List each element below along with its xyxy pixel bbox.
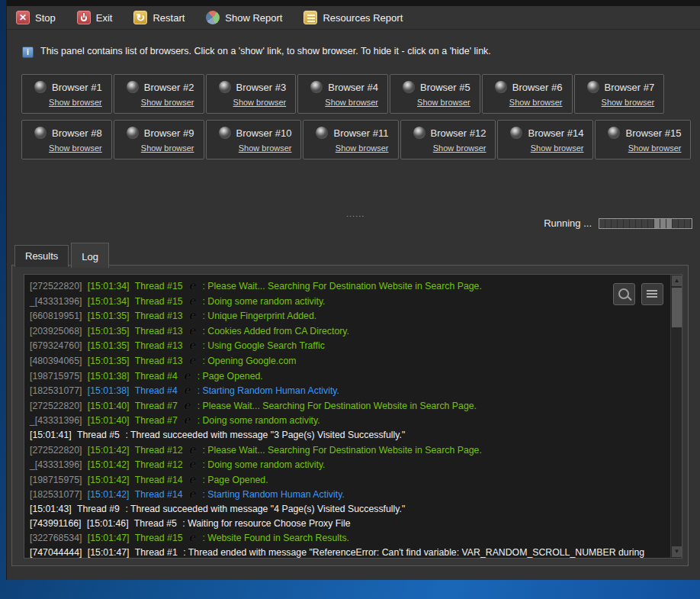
log-line: [15:01:43] Thread #9 : Thread succeeded … bbox=[30, 502, 667, 517]
show-browser-link[interactable]: Show browser bbox=[239, 143, 292, 153]
log-action-id: [198715975] bbox=[30, 371, 82, 382]
log-message: : Using Google Search Traffic bbox=[202, 340, 324, 351]
restart-icon bbox=[133, 11, 147, 24]
log-action-id: [272522820] bbox=[30, 445, 82, 456]
show-browser-link[interactable]: Show browser bbox=[141, 98, 194, 107]
tab-strip: ResultsLog bbox=[14, 243, 111, 267]
show-browser-link[interactable]: Show browser bbox=[602, 98, 655, 107]
browser-icon bbox=[413, 127, 425, 139]
log-timestamp: [15:01:47] bbox=[88, 547, 130, 558]
log-thread: Thread #14 bbox=[135, 475, 183, 485]
log-message: : Please Wait... Searching For Destinati… bbox=[197, 401, 477, 411]
show-browser-link[interactable]: Show browser bbox=[49, 143, 102, 153]
show-browser-link[interactable]: Show browser bbox=[233, 98, 287, 107]
log-message: : Doing some random activity. bbox=[197, 415, 320, 426]
title-strip bbox=[7, 0, 700, 6]
browser-card-label: Browser #2 bbox=[144, 82, 194, 93]
ie-browser-icon: e bbox=[188, 443, 198, 457]
show-browser-link[interactable]: Show browser bbox=[628, 143, 682, 153]
log-line: [679324760] [15:01:35] Thread #13 e : Us… bbox=[30, 338, 667, 353]
show-browser-link[interactable]: Show browser bbox=[417, 98, 470, 107]
log-scrollbar[interactable]: ▲ ▼ bbox=[670, 275, 682, 558]
browser-card-label: Browser #11 bbox=[333, 127, 388, 139]
browser-card-label: Browser #7 bbox=[605, 82, 655, 93]
log-line: [15:01:41] Thread #5 : Thread succeeded … bbox=[30, 428, 667, 443]
log-action-id: [660819951] bbox=[30, 311, 82, 321]
browser-card: Browser #12 Show browser bbox=[400, 120, 496, 159]
log-thread: Thread #7 bbox=[135, 415, 178, 426]
log-action-id: [322768534] bbox=[30, 533, 82, 543]
browser-card: Browser #10 Show browser bbox=[206, 120, 302, 159]
log-tab-page: [272522820] [15:01:34] Thread #15 e : Pl… bbox=[11, 265, 689, 566]
log-line: _[43331396] [15:01:42] Thread #12 e : Do… bbox=[30, 457, 667, 472]
log-thread: Thread #4 bbox=[135, 385, 178, 396]
log-thread: Thread #9 bbox=[77, 504, 120, 514]
log-message: : Thread succeeded with message "3 Page(… bbox=[125, 430, 405, 440]
scrollbar-thumb[interactable] bbox=[672, 288, 682, 327]
log-action-id: [203925068] bbox=[30, 326, 82, 337]
browser-card-label: Browser #5 bbox=[420, 82, 470, 93]
exit-button[interactable]: Exit bbox=[77, 11, 113, 24]
log-action-id: [480394065] bbox=[30, 356, 82, 366]
log-thread: Thread #14 bbox=[135, 489, 183, 500]
toolbar-button-label: Restart bbox=[153, 12, 185, 24]
log-line: _[43331396] [15:01:40] Thread #7 e : Doi… bbox=[30, 413, 667, 428]
log-action-id: _[43331396] bbox=[30, 415, 82, 426]
log-line: [747044444] [15:01:47] Thread #1 : Threa… bbox=[30, 546, 667, 558]
log-line: [182531077] [15:01:42] Thread #14 e : St… bbox=[30, 487, 667, 502]
browser-icon bbox=[316, 127, 328, 139]
show-browser-link[interactable]: Show browser bbox=[141, 143, 194, 153]
log-thread: Thread #15 bbox=[135, 533, 183, 543]
browser-icon bbox=[127, 81, 139, 93]
log-action-id: [198715975] bbox=[30, 475, 82, 485]
log-action-id: [747044444] bbox=[30, 547, 82, 558]
log-action-id: [679324760] bbox=[30, 340, 82, 351]
log-message: : Doing some random activity. bbox=[202, 296, 325, 307]
resources-report-button[interactable]: Resources Report bbox=[303, 11, 403, 24]
log-menu-button[interactable] bbox=[641, 283, 663, 305]
browser-card-label: Browser #1 bbox=[52, 82, 102, 93]
log-thread: Thread #15 bbox=[135, 296, 183, 307]
restart-button[interactable]: Restart bbox=[133, 11, 185, 24]
browser-card: Browser #7 Show browser bbox=[574, 74, 665, 114]
log-thread: Thread #12 bbox=[135, 445, 183, 456]
log-timestamp: [15:01:38] bbox=[88, 385, 130, 396]
log-line: [660819951] [15:01:35] Thread #13 e : Un… bbox=[30, 308, 667, 324]
ie-browser-icon: e bbox=[183, 369, 193, 383]
scroll-down-arrow-icon[interactable]: ▼ bbox=[672, 546, 682, 557]
scroll-up-arrow-icon[interactable]: ▲ bbox=[672, 275, 682, 286]
tab-results[interactable]: Results bbox=[14, 245, 69, 267]
browser-row: Browser #1 Show browser Browser #2 Show … bbox=[21, 74, 677, 114]
ie-browser-icon: e bbox=[183, 398, 193, 413]
ie-browser-icon: e bbox=[188, 308, 198, 323]
show-report-button[interactable]: Show Report bbox=[206, 11, 282, 24]
show-browser-link[interactable]: Show browser bbox=[336, 143, 389, 153]
toolbar-button-label: Show Report bbox=[225, 12, 282, 24]
show-browser-link[interactable]: Show browser bbox=[325, 98, 378, 107]
log-thread: Thread #13 bbox=[135, 340, 183, 351]
tab-log[interactable]: Log bbox=[71, 243, 109, 268]
browser-icon bbox=[127, 127, 139, 139]
show-browser-link[interactable]: Show browser bbox=[509, 98, 563, 107]
ie-browser-icon: e bbox=[188, 530, 198, 545]
browser-card: Browser #14 Show browser bbox=[497, 120, 593, 159]
running-status: Running ... bbox=[544, 217, 692, 229]
toolbar-button-label: Exit bbox=[96, 12, 113, 24]
stop-button[interactable]: Stop bbox=[16, 11, 56, 24]
log-line: [198715975] [15:01:42] Thread #14 e : Pa… bbox=[30, 472, 667, 488]
log-search-button[interactable] bbox=[613, 283, 635, 305]
ie-browser-icon: e bbox=[183, 413, 193, 427]
ie-browser-icon: e bbox=[188, 457, 198, 472]
show-browser-link[interactable]: Show browser bbox=[49, 98, 102, 107]
browser-card-label: Browser #8 bbox=[52, 127, 102, 139]
browser-icon bbox=[310, 81, 323, 93]
browser-card-label: Browser #9 bbox=[144, 127, 194, 139]
toolbar-button-label: Stop bbox=[35, 12, 56, 24]
log-timestamp: [15:01:43] bbox=[30, 504, 72, 514]
log-message: : Please Wait... Searching For Destinati… bbox=[202, 445, 481, 456]
log-action-id: [272522820] bbox=[30, 281, 82, 291]
show-browser-link[interactable]: Show browser bbox=[531, 143, 584, 153]
browser-card: Browser #1 Show browser bbox=[21, 74, 112, 114]
log-thread: Thread #7 bbox=[135, 401, 178, 411]
show-browser-link[interactable]: Show browser bbox=[433, 143, 486, 153]
